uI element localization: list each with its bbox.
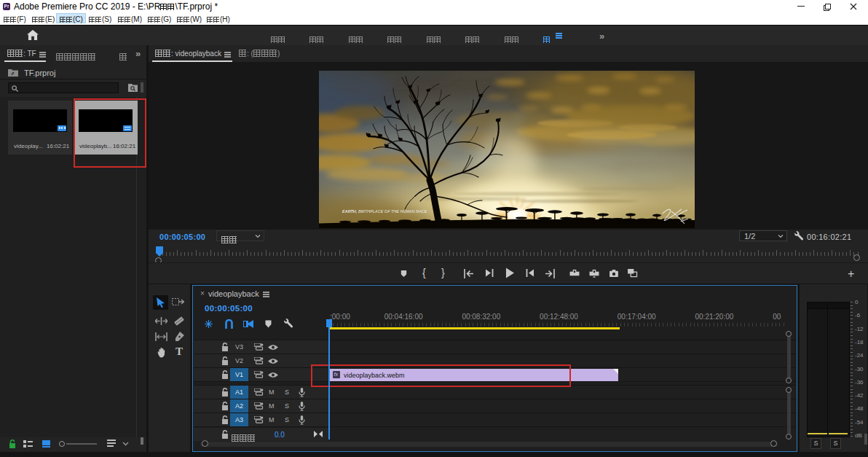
- svg-text:EARTH, BIRTHPLACE OF THE HUMAN: EARTH, BIRTHPLACE OF THE HUMAN RACE: [342, 209, 427, 214]
